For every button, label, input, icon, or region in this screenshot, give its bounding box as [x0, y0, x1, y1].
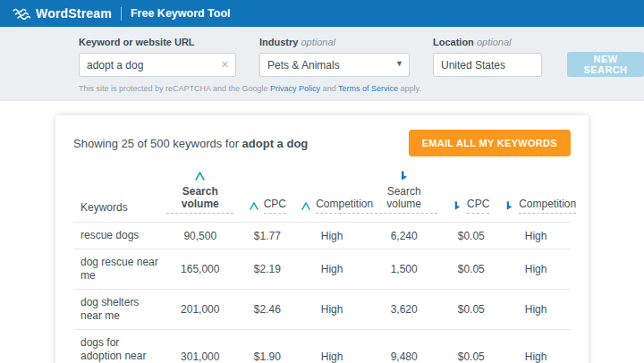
privacy-policy-link[interactable]: Privacy Policy: [270, 84, 320, 93]
waves-icon: [13, 7, 30, 20]
column-header-google-search-volume[interactable]: Search volume: [163, 168, 237, 223]
keyword-label: Keyword or website URL: [79, 37, 236, 47]
google-competition-cell: High: [297, 223, 367, 249]
location-optional-label: optional: [477, 37, 512, 47]
column-header-google-competition[interactable]: Competition: [297, 168, 367, 223]
google-ads-icon: [249, 201, 259, 211]
top-header: WordStream Free Keyword Tool: [0, 0, 644, 27]
industry-optional-label: optional: [301, 37, 335, 47]
google-cpc-cell: $1.90: [237, 330, 297, 363]
keyword-input[interactable]: [79, 53, 236, 77]
location-label: Location optional: [433, 37, 542, 47]
keyword-cell: rescue dogs: [73, 223, 163, 249]
google-competition-cell: High: [297, 330, 367, 363]
table-row: dog rescue near me 165,000 $2.19 High 1,…: [73, 249, 571, 290]
industry-label: Industry optional: [259, 37, 410, 47]
keyword-cell: dog shelters near me: [73, 290, 163, 330]
clear-input-icon[interactable]: ✕: [221, 58, 229, 71]
column-header-google-cpc[interactable]: CPC: [237, 168, 297, 223]
location-field-group: Location optional: [433, 37, 542, 77]
google-competition-cell: High: [297, 290, 367, 330]
keywords-table: Keywords Search volume CPC: [73, 168, 571, 363]
bing-icon: [399, 170, 410, 182]
new-search-button[interactable]: NEW SEARCH: [567, 52, 644, 77]
bing-competition-cell: High: [501, 330, 571, 363]
keyword-cell: dog rescue near me: [73, 249, 163, 290]
header-divider: [121, 7, 122, 21]
google-search-volume-cell: 165,000: [163, 249, 237, 290]
google-search-volume-cell: 301,000: [163, 330, 237, 363]
bing-icon: [453, 200, 462, 211]
brand-name: WordStream: [36, 6, 112, 21]
bing-search-volume-cell: 6,240: [367, 223, 441, 249]
results-area: Showing 25 of 500 keywords for adopt a d…: [0, 101, 644, 363]
bing-icon: [504, 200, 514, 211]
bing-cpc-cell: $0.05: [441, 290, 501, 330]
google-ads-icon: [301, 201, 311, 211]
results-summary: Showing 25 of 500 keywords for adopt a d…: [73, 137, 308, 150]
bing-competition-cell: High: [501, 223, 571, 249]
keyword-field-group: Keyword or website URL ✕: [79, 37, 236, 77]
searched-keyword: adopt a dog: [242, 137, 309, 150]
google-competition-cell: High: [297, 249, 367, 290]
bing-search-volume-cell: 3,620: [367, 290, 441, 330]
recaptcha-notice: This site is protected by reCAPTCHA and …: [79, 84, 644, 93]
email-keywords-button[interactable]: EMAIL ALL MY KEYWORDS: [409, 130, 571, 156]
google-search-volume-cell: 201,000: [163, 290, 237, 330]
column-header-bing-competition[interactable]: Competition: [501, 168, 571, 223]
table-row: dogs for adoption near me 301,000 $1.90 …: [73, 330, 571, 363]
table-row: rescue dogs 90,500 $1.77 High 6,240 $0.0…: [73, 223, 571, 249]
location-input[interactable]: [433, 53, 542, 77]
industry-select[interactable]: Pets & Animals: [259, 53, 410, 77]
table-row: dog shelters near me 201,000 $2.46 High …: [73, 290, 571, 330]
google-ads-icon: [194, 171, 206, 182]
google-cpc-cell: $2.19: [237, 249, 297, 290]
bing-competition-cell: High: [501, 249, 571, 290]
bing-search-volume-cell: 9,480: [367, 330, 441, 363]
bing-cpc-cell: $0.05: [441, 330, 501, 363]
results-card: Showing 25 of 500 keywords for adopt a d…: [55, 115, 589, 363]
search-panel: Keyword or website URL ✕ Industry option…: [0, 27, 644, 101]
terms-of-service-link[interactable]: Terms of Service: [338, 84, 398, 93]
bing-competition-cell: High: [501, 290, 571, 330]
column-header-keywords: Keywords: [73, 168, 163, 223]
bing-search-volume-cell: 1,500: [367, 249, 441, 290]
google-search-volume-cell: 90,500: [163, 223, 237, 249]
keyword-cell: dogs for adoption near me: [73, 330, 163, 363]
industry-field-group: Industry optional Pets & Animals ▼: [259, 37, 410, 77]
google-cpc-cell: $1.77: [237, 223, 297, 249]
column-header-bing-search-volume[interactable]: Search volume: [367, 168, 441, 223]
page-title: Free Keyword Tool: [131, 7, 231, 20]
bing-cpc-cell: $0.05: [441, 249, 501, 290]
bing-cpc-cell: $0.05: [441, 223, 501, 249]
column-header-bing-cpc[interactable]: CPC: [441, 168, 501, 223]
google-cpc-cell: $2.46: [237, 290, 297, 330]
wordstream-logo[interactable]: WordStream: [13, 6, 112, 21]
